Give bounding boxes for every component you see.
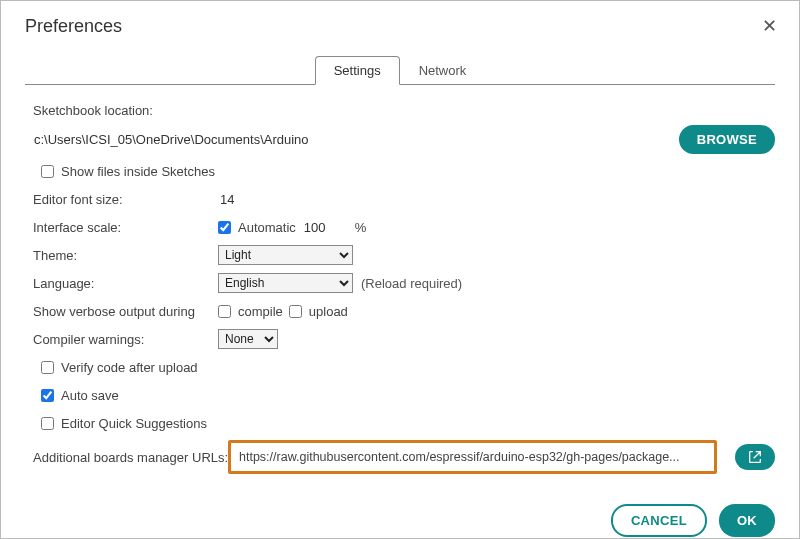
auto-save-checkbox[interactable] xyxy=(41,389,54,402)
font-size-label: Editor font size: xyxy=(33,192,218,207)
theme-select[interactable]: Light xyxy=(218,245,353,265)
compile-checkbox[interactable] xyxy=(218,305,231,318)
additional-urls-highlight xyxy=(228,440,717,474)
sketchbook-location-input[interactable] xyxy=(33,128,669,151)
tab-settings[interactable]: Settings xyxy=(315,56,400,85)
additional-urls-input[interactable] xyxy=(237,449,708,465)
cancel-button[interactable]: CANCEL xyxy=(611,504,707,537)
upload-label: upload xyxy=(309,304,348,319)
interface-scale-label: Interface scale: xyxy=(33,220,218,235)
upload-checkbox[interactable] xyxy=(289,305,302,318)
automatic-scale-label: Automatic xyxy=(238,220,296,235)
verbose-label: Show verbose output during xyxy=(33,304,218,319)
show-files-label: Show files inside Sketches xyxy=(61,164,215,179)
open-external-icon xyxy=(747,449,763,465)
sketchbook-location-label: Sketchbook location: xyxy=(33,103,153,118)
reload-note: (Reload required) xyxy=(361,276,462,291)
language-select[interactable]: English xyxy=(218,273,353,293)
tab-bar: Settings Network xyxy=(25,55,775,85)
percent-label: % xyxy=(355,220,367,235)
interface-scale-input[interactable] xyxy=(302,219,347,236)
language-label: Language: xyxy=(33,276,218,291)
window-title: Preferences xyxy=(25,16,122,37)
compiler-warnings-label: Compiler warnings: xyxy=(33,332,218,347)
tab-network[interactable]: Network xyxy=(400,56,486,85)
font-size-input[interactable] xyxy=(218,191,263,208)
close-icon[interactable]: ✕ xyxy=(758,13,781,39)
theme-label: Theme: xyxy=(33,248,218,263)
compile-label: compile xyxy=(238,304,283,319)
ok-button[interactable]: OK xyxy=(719,504,775,537)
quick-suggestions-checkbox[interactable] xyxy=(41,417,54,430)
auto-save-label: Auto save xyxy=(61,388,119,403)
verify-after-upload-label: Verify code after upload xyxy=(61,360,198,375)
verify-after-upload-checkbox[interactable] xyxy=(41,361,54,374)
show-files-checkbox[interactable] xyxy=(41,165,54,178)
automatic-scale-checkbox[interactable] xyxy=(218,221,231,234)
compiler-warnings-select[interactable]: None xyxy=(218,329,278,349)
quick-suggestions-label: Editor Quick Suggestions xyxy=(61,416,207,431)
open-urls-dialog-button[interactable] xyxy=(735,444,775,470)
additional-urls-label: Additional boards manager URLs: xyxy=(33,450,238,465)
browse-button[interactable]: BROWSE xyxy=(679,125,775,154)
